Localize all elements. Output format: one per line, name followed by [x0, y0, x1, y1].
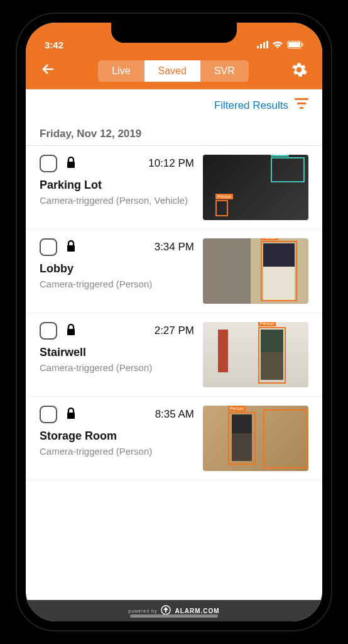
lock-icon: [66, 157, 76, 170]
clip-list[interactable]: 10:12 PM Parking Lot Camera-triggered (P…: [26, 146, 322, 600]
svg-rect-9: [300, 107, 303, 109]
clip-subtitle: Camera-triggered (Person): [40, 278, 194, 291]
wifi-icon: [272, 40, 283, 50]
clip-thumbnail[interactable]: Person: [203, 322, 308, 387]
status-time: 3:42: [45, 40, 63, 50]
clip-title: Stairwell: [40, 346, 194, 359]
status-indicators: [257, 40, 303, 50]
svg-rect-10: [67, 162, 75, 168]
lock-icon: [66, 324, 76, 338]
clip-title: Lobby: [40, 262, 194, 275]
clip-checkbox[interactable]: [40, 238, 57, 256]
clip-subtitle: Camera-triggered (Person): [40, 445, 194, 458]
clip-row: 3:34 PM Lobby Camera-triggered (Person) …: [26, 230, 322, 313]
filter-icon: [295, 98, 308, 113]
clip-thumbnail[interactable]: Person: [203, 406, 308, 471]
tab-live[interactable]: Live: [98, 60, 144, 82]
clip-row: 10:12 PM Parking Lot Camera-triggered (P…: [26, 146, 322, 230]
tab-group: Live Saved SVR: [98, 60, 249, 82]
date-header: Friday, Nov 12, 2019: [26, 121, 322, 146]
clip-row: 2:27 PM Stairwell Camera-triggered (Pers…: [26, 313, 322, 397]
tab-saved[interactable]: Saved: [144, 60, 200, 82]
svg-rect-3: [266, 41, 268, 48]
home-indicator[interactable]: [130, 614, 218, 618]
clip-thumbnail[interactable]: Person: [203, 238, 308, 304]
clip-checkbox[interactable]: [40, 406, 57, 423]
filter-bar[interactable]: Filtered Results: [26, 89, 322, 121]
filter-label: Filtered Results: [214, 99, 288, 112]
signal-icon: [257, 40, 268, 50]
powered-by-label: powered by: [128, 609, 157, 613]
clip-time: 2:27 PM: [155, 325, 194, 337]
svg-rect-8: [297, 103, 306, 104]
settings-button[interactable]: [288, 59, 310, 83]
nav-header: Live Saved SVR: [26, 53, 322, 89]
svg-rect-13: [67, 413, 75, 419]
svg-rect-2: [263, 42, 265, 48]
back-button[interactable]: [38, 58, 58, 84]
clip-thumbnail[interactable]: Vehicle Person: [203, 155, 308, 220]
clip-row: 8:35 AM Storage Room Camera-triggered (P…: [26, 397, 322, 480]
clip-time: 10:12 PM: [148, 157, 194, 170]
svg-rect-0: [257, 46, 259, 48]
tab-svr[interactable]: SVR: [200, 60, 249, 82]
clip-time: 3:34 PM: [155, 241, 194, 253]
clip-time: 8:35 AM: [155, 408, 194, 421]
svg-rect-5: [288, 42, 300, 47]
svg-rect-1: [260, 44, 262, 48]
svg-rect-12: [67, 329, 75, 335]
footer-bar: powered by ALARM.COM: [26, 600, 322, 621]
lock-icon: [66, 240, 76, 254]
clip-subtitle: Camera-triggered (Person, Vehicle): [40, 194, 194, 207]
clip-checkbox[interactable]: [40, 322, 57, 340]
svg-rect-7: [295, 98, 308, 100]
clip-checkbox[interactable]: [40, 155, 57, 172]
svg-rect-11: [67, 245, 75, 252]
lock-icon: [66, 408, 76, 421]
svg-rect-6: [302, 43, 303, 47]
clip-title: Parking Lot: [40, 179, 194, 192]
clip-title: Storage Room: [40, 430, 194, 443]
brand-name: ALARM.COM: [175, 608, 219, 614]
clip-subtitle: Camera-triggered (Person): [40, 362, 194, 374]
battery-icon: [287, 40, 303, 50]
